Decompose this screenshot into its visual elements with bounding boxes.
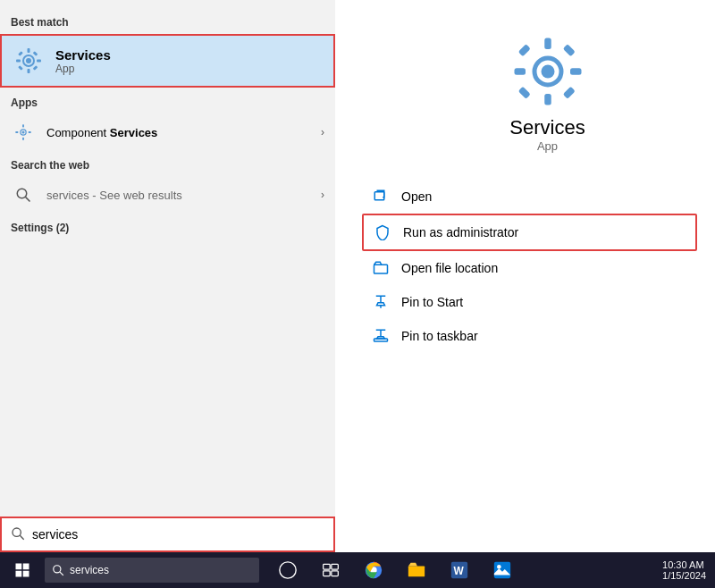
search-results-panel: Best match — [0, 0, 335, 517]
taskbar-right: 10:30 AM1/15/2024 — [662, 559, 715, 581]
web-search-chevron: › — [321, 189, 324, 201]
action-pin-taskbar-label: Pin to taskbar — [401, 329, 478, 343]
open-icon — [371, 187, 391, 206]
taskbar-items: W — [259, 552, 662, 588]
taskbar-task-view[interactable] — [311, 552, 350, 588]
svg-point-18 — [13, 528, 21, 536]
search-bar[interactable]: services — [0, 517, 335, 552]
svg-rect-15 — [29, 131, 31, 133]
svg-rect-42 — [324, 571, 331, 576]
action-open-file-label: Open file location — [401, 261, 498, 275]
taskbar-search-text: services — [70, 564, 109, 576]
pin-start-icon — [371, 292, 391, 312]
svg-rect-41 — [332, 564, 339, 569]
svg-rect-9 — [33, 65, 38, 71]
shield-icon — [373, 223, 392, 242]
svg-rect-3 — [28, 69, 30, 73]
svg-rect-14 — [15, 131, 18, 133]
svg-rect-25 — [570, 68, 582, 75]
action-open-label: Open — [401, 189, 432, 204]
svg-rect-31 — [374, 265, 388, 273]
web-search-item[interactable]: services - See web results › — [0, 175, 335, 214]
taskbar-search-icon — [52, 564, 64, 576]
component-services-chevron: › — [321, 126, 324, 139]
svg-point-16 — [17, 189, 27, 198]
svg-rect-35 — [16, 571, 22, 577]
taskbar-chrome[interactable] — [354, 552, 393, 588]
component-services-icon — [11, 120, 36, 145]
svg-rect-8 — [18, 65, 23, 71]
taskbar: services — [0, 552, 715, 588]
taskbar-cortana[interactable] — [268, 552, 307, 588]
svg-rect-6 — [18, 51, 23, 56]
start-button[interactable] — [0, 552, 45, 588]
best-match-label: Best match — [0, 9, 335, 32]
start-menu: Best match — [0, 0, 335, 552]
svg-rect-27 — [562, 44, 575, 56]
svg-rect-29 — [562, 87, 575, 99]
action-open-file-location[interactable]: Open file location — [362, 251, 697, 285]
best-match-type: App — [55, 63, 111, 75]
services-icon-large — [512, 36, 584, 107]
svg-rect-22 — [544, 38, 551, 50]
action-open[interactable]: Open — [362, 180, 697, 214]
svg-rect-36 — [23, 571, 29, 577]
svg-rect-12 — [22, 124, 24, 127]
best-match-text: Services App — [55, 47, 111, 75]
component-services-item[interactable]: Component Services › — [0, 113, 335, 152]
svg-rect-24 — [514, 68, 526, 75]
svg-rect-13 — [22, 138, 24, 140]
svg-rect-49 — [494, 562, 510, 578]
action-pin-taskbar[interactable]: Pin to taskbar — [362, 319, 697, 353]
svg-point-21 — [541, 65, 554, 79]
action-run-admin-label: Run as administrator — [403, 225, 518, 239]
folder-icon — [371, 258, 391, 278]
svg-rect-40 — [324, 564, 331, 569]
right-panel-app-type: App — [537, 139, 558, 153]
taskbar-search-bar[interactable]: services — [45, 558, 259, 583]
svg-rect-34 — [23, 564, 29, 570]
svg-rect-23 — [544, 94, 551, 105]
taskbar-time: 10:30 AM1/15/2024 — [662, 559, 706, 581]
taskbar-file-explorer[interactable] — [397, 552, 436, 588]
svg-rect-2 — [28, 48, 30, 53]
web-search-text: services - See web results — [46, 189, 321, 202]
svg-point-1 — [26, 58, 31, 63]
svg-rect-30 — [374, 192, 384, 200]
web-search-label: Search the web — [0, 152, 335, 175]
svg-point-50 — [497, 565, 501, 569]
desktop: Best match — [0, 0, 715, 588]
svg-point-39 — [280, 562, 296, 578]
right-panel-app-title: Services — [509, 116, 585, 139]
svg-rect-33 — [16, 564, 22, 570]
search-icon — [11, 182, 36, 207]
svg-line-19 — [20, 535, 23, 539]
svg-rect-46 — [408, 566, 425, 576]
svg-rect-28 — [517, 87, 530, 99]
services-icon-small — [13, 45, 45, 77]
svg-text:W: W — [454, 565, 465, 577]
pin-taskbar-icon — [371, 326, 391, 346]
svg-rect-4 — [16, 60, 21, 63]
svg-rect-26 — [517, 44, 530, 56]
taskbar-word[interactable]: W — [440, 552, 479, 588]
search-bar-icon — [11, 526, 25, 543]
best-match-services-item[interactable]: Services App — [0, 34, 335, 88]
web-search-query: services — [46, 189, 89, 202]
svg-rect-7 — [33, 51, 38, 56]
action-pin-start-label: Pin to Start — [401, 295, 463, 309]
web-search-suffix: - See web results — [92, 189, 181, 202]
search-bar-text: services — [32, 527, 78, 542]
component-services-name: Component Services — [46, 126, 321, 139]
apps-label: Apps — [0, 89, 335, 113]
svg-point-11 — [21, 130, 24, 133]
action-run-as-admin[interactable]: Run as administrator — [362, 214, 697, 251]
svg-rect-5 — [37, 60, 41, 63]
settings-label: Settings (2) — [0, 214, 335, 238]
taskbar-photos[interactable] — [483, 552, 522, 588]
right-panel: Services App Open Run as administrator — [335, 0, 715, 552]
svg-line-17 — [26, 197, 30, 202]
best-match-name: Services — [55, 47, 111, 63]
action-pin-start[interactable]: Pin to Start — [362, 285, 697, 319]
watermark: wsxdn.com — [666, 538, 711, 548]
